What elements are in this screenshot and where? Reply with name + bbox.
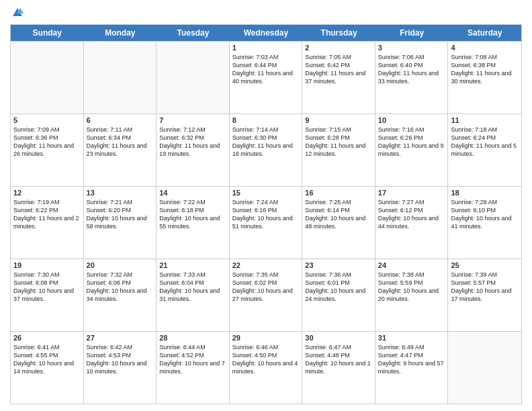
cell-info: Sunrise: 7:18 AM Sunset: 6:24 PM Dayligh… (451, 126, 519, 158)
calendar-cell: 24Sunrise: 7:38 AM Sunset: 5:59 PM Dayli… (375, 259, 449, 331)
day-number: 13 (87, 189, 154, 197)
cell-info: Sunrise: 7:22 AM Sunset: 6:18 PM Dayligh… (159, 198, 226, 231)
calendar-cell: 11Sunrise: 7:18 AM Sunset: 6:24 PM Dayli… (448, 114, 521, 186)
cell-info: Sunrise: 6:46 AM Sunset: 4:50 PM Dayligh… (232, 343, 300, 376)
calendar-cell: 6Sunrise: 7:11 AM Sunset: 6:34 PM Daylig… (84, 114, 157, 186)
day-number: 27 (87, 334, 154, 342)
cell-info: Sunrise: 7:14 AM Sunset: 6:30 PM Dayligh… (232, 126, 300, 158)
day-number: 10 (378, 116, 445, 124)
header-day-sunday: Sunday (11, 25, 84, 41)
header-day-thursday: Thursday (302, 25, 375, 41)
day-number: 11 (451, 116, 519, 124)
day-number: 30 (305, 334, 372, 342)
day-number: 25 (451, 261, 519, 269)
day-number: 16 (305, 189, 372, 197)
calendar-cell (448, 332, 521, 404)
calendar-cell (157, 42, 230, 113)
calendar-cell: 25Sunrise: 7:39 AM Sunset: 5:57 PM Dayli… (448, 259, 521, 331)
cell-info: Sunrise: 7:12 AM Sunset: 6:32 PM Dayligh… (159, 126, 226, 158)
calendar-cell: 19Sunrise: 7:30 AM Sunset: 6:08 PM Dayli… (11, 259, 84, 331)
cell-info: Sunrise: 7:19 AM Sunset: 6:22 PM Dayligh… (13, 198, 81, 231)
calendar-cell: 22Sunrise: 7:35 AM Sunset: 6:02 PM Dayli… (230, 259, 303, 331)
calendar-row-1: 1Sunrise: 7:03 AM Sunset: 6:44 PM Daylig… (11, 41, 521, 113)
cell-info: Sunrise: 7:24 AM Sunset: 6:16 PM Dayligh… (232, 198, 300, 231)
day-number: 24 (378, 261, 445, 269)
day-number: 18 (451, 189, 519, 197)
cell-info: Sunrise: 7:11 AM Sunset: 6:34 PM Dayligh… (87, 126, 154, 158)
calendar-cell: 23Sunrise: 7:36 AM Sunset: 6:01 PM Dayli… (302, 259, 375, 331)
cell-info: Sunrise: 6:44 AM Sunset: 4:52 PM Dayligh… (159, 343, 226, 376)
calendar-cell: 5Sunrise: 7:09 AM Sunset: 6:36 PM Daylig… (11, 114, 84, 186)
header-day-monday: Monday (84, 25, 157, 41)
calendar-cell: 10Sunrise: 7:16 AM Sunset: 6:26 PM Dayli… (375, 114, 449, 186)
cell-info: Sunrise: 7:39 AM Sunset: 5:57 PM Dayligh… (451, 271, 519, 304)
cell-info: Sunrise: 7:21 AM Sunset: 6:20 PM Dayligh… (87, 198, 154, 231)
calendar-cell: 20Sunrise: 7:32 AM Sunset: 6:06 PM Dayli… (84, 259, 157, 331)
day-number: 23 (305, 261, 372, 269)
day-number: 29 (232, 334, 300, 342)
page: SundayMondayTuesdayWednesdayThursdayFrid… (0, 0, 532, 411)
calendar-cell: 15Sunrise: 7:24 AM Sunset: 6:16 PM Dayli… (230, 187, 303, 259)
calendar-cell: 29Sunrise: 6:46 AM Sunset: 4:50 PM Dayli… (230, 332, 303, 404)
day-number: 14 (159, 189, 226, 197)
calendar-cell (11, 42, 84, 113)
calendar-cell: 27Sunrise: 6:42 AM Sunset: 4:53 PM Dayli… (84, 332, 157, 404)
cell-info: Sunrise: 7:27 AM Sunset: 6:12 PM Dayligh… (378, 198, 445, 231)
cell-info: Sunrise: 6:41 AM Sunset: 4:55 PM Dayligh… (13, 343, 81, 376)
header-day-friday: Friday (375, 25, 449, 41)
day-number: 17 (378, 189, 445, 197)
calendar-cell: 28Sunrise: 6:44 AM Sunset: 4:52 PM Dayli… (157, 332, 230, 404)
day-number: 3 (378, 44, 445, 52)
cell-info: Sunrise: 6:49 AM Sunset: 4:47 PM Dayligh… (378, 343, 445, 376)
calendar-row-2: 5Sunrise: 7:09 AM Sunset: 6:36 PM Daylig… (11, 113, 521, 186)
day-number: 21 (159, 261, 226, 269)
calendar-cell: 8Sunrise: 7:14 AM Sunset: 6:30 PM Daylig… (230, 114, 303, 186)
calendar-cell: 4Sunrise: 7:08 AM Sunset: 6:38 PM Daylig… (448, 42, 521, 113)
cell-info: Sunrise: 7:30 AM Sunset: 6:08 PM Dayligh… (13, 271, 81, 304)
calendar-body: 1Sunrise: 7:03 AM Sunset: 6:44 PM Daylig… (11, 41, 521, 404)
calendar-header: SundayMondayTuesdayWednesdayThursdayFrid… (11, 25, 521, 41)
cell-info: Sunrise: 7:33 AM Sunset: 6:04 PM Dayligh… (159, 271, 226, 304)
calendar-cell: 12Sunrise: 7:19 AM Sunset: 6:22 PM Dayli… (11, 187, 84, 259)
calendar-cell: 18Sunrise: 7:28 AM Sunset: 6:10 PM Dayli… (448, 187, 521, 259)
calendar-cell: 1Sunrise: 7:03 AM Sunset: 6:44 PM Daylig… (230, 42, 303, 113)
day-number: 8 (232, 116, 300, 124)
calendar-cell: 17Sunrise: 7:27 AM Sunset: 6:12 PM Dayli… (375, 187, 449, 259)
calendar-cell: 31Sunrise: 6:49 AM Sunset: 4:47 PM Dayli… (375, 332, 449, 404)
cell-info: Sunrise: 7:16 AM Sunset: 6:26 PM Dayligh… (378, 126, 445, 158)
cell-info: Sunrise: 7:15 AM Sunset: 6:28 PM Dayligh… (305, 126, 372, 158)
calendar-cell: 26Sunrise: 6:41 AM Sunset: 4:55 PM Dayli… (11, 332, 84, 404)
calendar-cell: 3Sunrise: 7:06 AM Sunset: 6:40 PM Daylig… (375, 42, 449, 113)
cell-info: Sunrise: 7:28 AM Sunset: 6:10 PM Dayligh… (451, 198, 519, 231)
cell-info: Sunrise: 7:32 AM Sunset: 6:06 PM Dayligh… (87, 271, 154, 304)
cell-info: Sunrise: 7:35 AM Sunset: 6:02 PM Dayligh… (232, 271, 300, 304)
cell-info: Sunrise: 7:03 AM Sunset: 6:44 PM Dayligh… (232, 53, 300, 86)
day-number: 5 (13, 116, 81, 124)
day-number: 19 (13, 261, 81, 269)
day-number: 12 (13, 189, 81, 197)
cell-info: Sunrise: 6:47 AM Sunset: 4:48 PM Dayligh… (305, 343, 372, 376)
cell-info: Sunrise: 7:08 AM Sunset: 6:38 PM Dayligh… (451, 53, 519, 86)
calendar-cell: 9Sunrise: 7:15 AM Sunset: 6:28 PM Daylig… (302, 114, 375, 186)
day-number: 9 (305, 116, 372, 124)
calendar: SundayMondayTuesdayWednesdayThursdayFrid… (10, 24, 522, 404)
cell-info: Sunrise: 7:09 AM Sunset: 6:36 PM Dayligh… (13, 126, 81, 158)
cell-info: Sunrise: 6:42 AM Sunset: 4:53 PM Dayligh… (87, 343, 154, 376)
cell-info: Sunrise: 7:36 AM Sunset: 6:01 PM Dayligh… (305, 271, 372, 304)
logo-icon (11, 7, 24, 19)
calendar-cell: 30Sunrise: 6:47 AM Sunset: 4:48 PM Dayli… (302, 332, 375, 404)
cell-info: Sunrise: 7:38 AM Sunset: 5:59 PM Dayligh… (378, 271, 445, 304)
day-number: 2 (305, 44, 372, 52)
day-number: 1 (232, 44, 300, 52)
calendar-cell: 7Sunrise: 7:12 AM Sunset: 6:32 PM Daylig… (157, 114, 230, 186)
header-day-wednesday: Wednesday (230, 25, 303, 41)
day-number: 26 (13, 334, 81, 342)
header-day-tuesday: Tuesday (157, 25, 230, 41)
day-number: 31 (378, 334, 445, 342)
calendar-cell: 21Sunrise: 7:33 AM Sunset: 6:04 PM Dayli… (157, 259, 230, 331)
header (10, 7, 522, 19)
day-number: 28 (159, 334, 226, 342)
calendar-cell: 16Sunrise: 7:25 AM Sunset: 6:14 PM Dayli… (302, 187, 375, 259)
cell-info: Sunrise: 7:25 AM Sunset: 6:14 PM Dayligh… (305, 198, 372, 231)
day-number: 7 (159, 116, 226, 124)
